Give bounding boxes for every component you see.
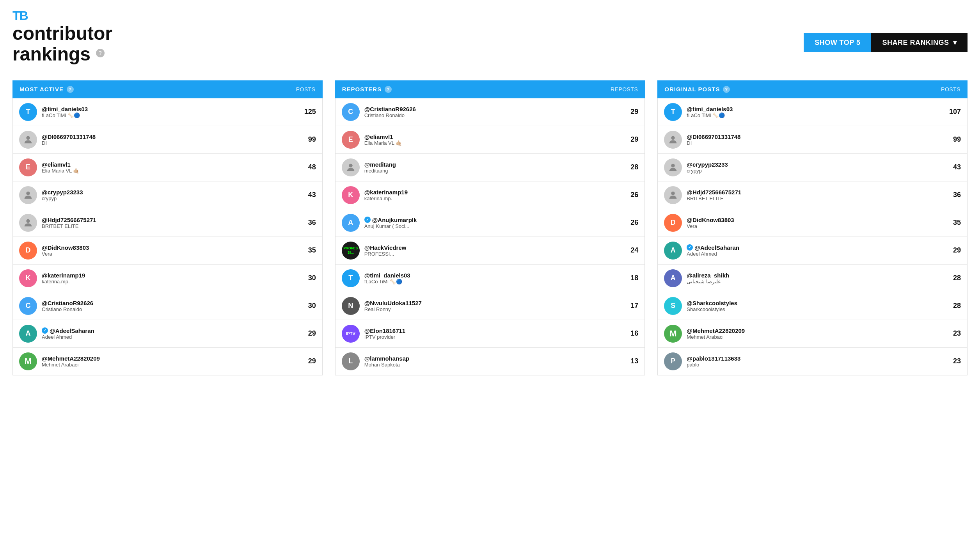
user-count: 26: [630, 191, 638, 199]
column-title-original-posts: ORIGINAL POSTS: [664, 86, 720, 92]
user-name: BRITBET ELITE: [42, 223, 304, 229]
title-help-icon[interactable]: ?: [96, 49, 105, 57]
avatar: A: [342, 214, 360, 232]
user-row[interactable]: P @pablo1317113633 pablo 23: [658, 348, 967, 375]
user-handle: @Hdjd72566675271: [687, 189, 948, 196]
user-row[interactable]: M @MehmetA22820209 Mehmet Arabacı 29: [13, 348, 322, 375]
avatar: N: [342, 297, 360, 315]
user-name: DI: [687, 140, 948, 146]
user-count: 23: [953, 357, 961, 365]
user-row[interactable]: @crypyp23233 crypyp 43: [13, 181, 322, 209]
user-handle: @Sharkcoolstyles: [687, 300, 948, 306]
user-name: katerina.mp.: [364, 196, 626, 201]
user-row[interactable]: C @CristianoR92626 Cristiano Ronaldo 30: [13, 292, 322, 320]
svg-point-5: [671, 164, 675, 167]
user-name: Adeel Ahmed: [42, 334, 304, 340]
user-count: 29: [630, 108, 638, 116]
svg-point-4: [671, 136, 675, 139]
user-name: Anuj Kumar ( Soci...: [364, 223, 626, 229]
avatar: K: [342, 186, 360, 204]
user-row[interactable]: N @NwuluUdoka11527 Real Ronny 17: [336, 292, 645, 320]
user-info: @CristianoR92626 Cristiano Ronaldo: [364, 106, 626, 118]
avatar: T: [19, 103, 37, 121]
user-name: Elia Maria VL 🤙🏼: [42, 168, 304, 174]
user-row[interactable]: E @eliamvl1 Elia Maria VL 🤙🏼 29: [336, 126, 645, 154]
user-count: 28: [630, 163, 638, 171]
user-row[interactable]: IPTV @Elon1816711 IPTV provider 16: [336, 320, 645, 348]
user-row[interactable]: D @DidKnow83803 Vera 35: [658, 209, 967, 237]
user-row[interactable]: A ✓ @AdeelSaharan Adeel Ahmed 29: [658, 237, 967, 265]
avatar: A: [664, 269, 682, 287]
user-count: 36: [953, 191, 961, 199]
user-info: @katerinamp19 katerina.mp.: [42, 272, 304, 285]
verified-badge: ✓: [687, 244, 693, 251]
user-handle: @timi_daniels03: [42, 106, 300, 112]
user-handle: @katerinamp19: [364, 189, 626, 196]
user-count: 23: [953, 329, 961, 338]
column-header-reposters: REPOSTERS ? reposts: [335, 80, 645, 98]
user-count: 29: [630, 135, 638, 144]
user-name: علیرضا شیخیانی: [687, 279, 948, 285]
user-row[interactable]: A ✓ @Anujkumarplk Anuj Kumar ( Soci... 2…: [336, 209, 645, 237]
user-row[interactable]: @DI0669701331748 DI 99: [13, 126, 322, 154]
user-count: 24: [630, 246, 638, 254]
user-count: 99: [308, 135, 316, 144]
avatar: T: [664, 103, 682, 121]
user-row[interactable]: K @katerinamp19 katerina.mp. 26: [336, 181, 645, 209]
user-list-original-posts: T @timi_daniels03 fLaCo TiMi 🦴🔵 107 @DI0…: [657, 98, 968, 375]
user-handle: @MehmetA22820209: [687, 327, 948, 334]
user-info: @HackVicdrew PROFESSI...: [364, 244, 626, 257]
share-rankings-button[interactable]: SHARE RANKINGS ▾: [871, 33, 968, 52]
user-name: Cristiano Ronaldo: [364, 112, 626, 118]
avatar: K: [19, 269, 37, 287]
column-help-icon[interactable]: ?: [385, 86, 392, 93]
avatar: [19, 214, 37, 232]
user-count: 16: [630, 329, 638, 338]
user-info: @eliamvl1 Elia Maria VL 🤙🏼: [364, 133, 626, 146]
user-count: 35: [308, 246, 316, 254]
user-row[interactable]: L @lammohansap Mohan Sapkota 13: [336, 348, 645, 375]
user-row[interactable]: M @MehmetA22820209 Mehmet Arabacı 23: [658, 320, 967, 348]
user-row[interactable]: T @timi_daniels03 fLaCo TiMi 🦴🔵 125: [13, 98, 322, 126]
user-row[interactable]: K @katerinamp19 katerina.mp. 30: [13, 265, 322, 292]
user-name: Mehmet Arabacı: [687, 334, 948, 340]
user-name: fLaCo TiMi 🦴🔵: [687, 112, 944, 118]
user-row[interactable]: @Hdjd72566675271 BRITBET ELITE 36: [658, 181, 967, 209]
column-help-icon[interactable]: ?: [723, 86, 730, 93]
show-top-button[interactable]: SHOW TOP 5: [804, 33, 871, 52]
header-actions: SHOW TOP 5 SHARE RANKINGS ▾: [804, 33, 968, 52]
user-handle: @Hdjd72566675271: [42, 217, 304, 223]
user-row[interactable]: E @eliamvl1 Elia Maria VL 🤙🏼 48: [13, 154, 322, 181]
user-row[interactable]: A @alireza_shikh علیرضا شیخیانی 28: [658, 265, 967, 292]
user-row[interactable]: C @CristianoR92626 Cristiano Ronaldo 29: [336, 98, 645, 126]
column-original-posts: ORIGINAL POSTS ? Posts T @timi_daniels03…: [657, 80, 968, 375]
user-count: 48: [308, 163, 316, 171]
user-row[interactable]: A ✓ @AdeelSaharan Adeel Ahmed 29: [13, 320, 322, 348]
user-info: @NwuluUdoka11527 Real Ronny: [364, 300, 626, 312]
user-count: 43: [308, 191, 316, 199]
user-count: 30: [308, 274, 316, 282]
user-row[interactable]: @meditang meditaang 28: [336, 154, 645, 181]
column-help-icon[interactable]: ?: [67, 86, 74, 93]
user-handle: @DI0669701331748: [687, 133, 948, 140]
verified-badge: ✓: [364, 217, 371, 223]
user-row[interactable]: T @timi_daniels03 fLaCo TiMi 🦴🔵 107: [658, 98, 967, 126]
user-info: @Elon1816711 IPTV provider: [364, 327, 626, 340]
user-handle: @eliamvl1: [364, 133, 626, 140]
avatar: E: [342, 131, 360, 149]
logo-area: TB contributor rankings ?: [12, 9, 112, 65]
user-name: crypyp: [687, 168, 948, 174]
column-header-left: ORIGINAL POSTS ?: [664, 86, 730, 93]
user-row[interactable]: @Hdjd72566675271 BRITBET ELITE 36: [13, 209, 322, 237]
user-count: 107: [949, 108, 961, 116]
user-handle: ✓ @AdeelSaharan: [42, 327, 304, 334]
user-row[interactable]: D @DidKnow83803 Vera 35: [13, 237, 322, 265]
user-row[interactable]: PROFESSI... @HackVicdrew PROFESSI... 24: [336, 237, 645, 265]
user-row[interactable]: @DI0669701331748 DI 99: [658, 126, 967, 154]
user-row[interactable]: S @Sharkcoolstyles Sharkcooolstyles 28: [658, 292, 967, 320]
verified-badge: ✓: [42, 327, 48, 334]
user-handle: @katerinamp19: [42, 272, 304, 279]
user-row[interactable]: @crypyp23233 crypyp 43: [658, 154, 967, 181]
user-row[interactable]: T @timi_daniels03 fLaCo TiMi 🦴🔵 18: [336, 265, 645, 292]
header: TB contributor rankings ? SHOW TOP 5 SHA…: [0, 0, 980, 65]
